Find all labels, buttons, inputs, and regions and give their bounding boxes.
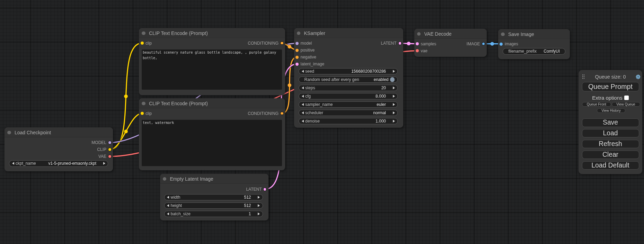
increment-arrow-icon[interactable] <box>393 111 395 114</box>
collapse-dot-icon[interactable] <box>417 32 421 36</box>
view-queue-button[interactable]: View Queue <box>612 102 640 107</box>
input-dot-vae[interactable] <box>416 49 419 52</box>
output-dot-clip[interactable] <box>108 148 111 151</box>
extra-options-row: Extra options <box>579 95 642 100</box>
node-clip-text-encode-positive[interactable]: CLIP Text Encode (Prompt) clip CONDITION… <box>139 28 285 95</box>
output-dot-model[interactable] <box>108 141 111 144</box>
collapse-dot-icon[interactable] <box>7 131 11 135</box>
widget-value: ComfyUI <box>544 49 560 54</box>
prompt-textarea[interactable]: text, watermark <box>142 120 282 166</box>
node-titlebar[interactable]: Empty Latent Image <box>160 174 268 184</box>
widget-denoise[interactable]: denoise 1.000 <box>299 118 398 125</box>
toggle-knob[interactable] <box>390 77 395 82</box>
increment-arrow-icon[interactable] <box>258 196 260 199</box>
input-slot-clip: clip <box>145 110 152 117</box>
widget-ckpt-name[interactable]: ckpt_name v1-5-pruned-emaonly.ckpt <box>9 160 108 167</box>
decrement-arrow-icon[interactable] <box>302 120 304 123</box>
widget-seed[interactable]: seed 156680208700286 <box>299 68 398 75</box>
widget-cfg[interactable]: cfg 8.000 <box>299 93 398 100</box>
queue-front-button[interactable]: Queue Front <box>582 102 611 107</box>
node-titlebar[interactable]: VAE Decode <box>414 29 487 39</box>
decrement-arrow-icon[interactable] <box>302 111 304 114</box>
decrement-arrow-icon[interactable] <box>302 70 304 73</box>
node-load-checkpoint[interactable]: Load Checkpoint MODEL CLIP VAE ckpt_name… <box>5 127 113 171</box>
output-dot-image[interactable] <box>482 43 485 45</box>
slot-label: vae <box>421 48 427 53</box>
collapse-dot-icon[interactable] <box>142 102 145 106</box>
input-dot-images[interactable] <box>500 43 503 46</box>
increment-arrow-icon[interactable] <box>393 120 395 123</box>
load-default-button[interactable]: Load Default <box>582 161 639 170</box>
increment-arrow-icon[interactable] <box>393 70 395 73</box>
clear-button[interactable]: Clear <box>582 151 639 159</box>
link-midpoint-dot <box>124 94 128 98</box>
node-clip-text-encode-negative[interactable]: CLIP Text Encode (Prompt) clip CONDITION… <box>139 98 285 170</box>
decrement-arrow-icon[interactable] <box>167 196 169 199</box>
output-dot-vae[interactable] <box>108 155 111 158</box>
widget-width[interactable]: width 512 <box>164 194 263 201</box>
increment-arrow-icon[interactable] <box>258 213 260 215</box>
widget-scheduler[interactable]: scheduler normal <box>299 110 398 116</box>
prompt-textarea[interactable]: beautiful scenery nature glass bottle la… <box>142 49 282 90</box>
output-slot-image: IMAGE <box>467 40 480 47</box>
increment-arrow-icon[interactable] <box>393 95 395 98</box>
save-button[interactable]: Save <box>582 118 639 127</box>
node-titlebar[interactable]: Load Checkpoint <box>5 127 113 137</box>
collapse-dot-icon[interactable] <box>142 31 145 35</box>
output-dot-conditioning[interactable] <box>281 42 283 45</box>
output-slot-vae: VAE <box>98 153 106 160</box>
node-vae-decode[interactable]: VAE Decode samples vae IMAGE <box>414 29 487 57</box>
node-save-image[interactable]: Save Image images filename_prefix ComfyU… <box>498 29 570 59</box>
link-midpoint-dot <box>407 42 411 45</box>
output-dot-conditioning[interactable] <box>281 112 283 115</box>
input-dot-clip[interactable] <box>141 42 144 45</box>
input-dot-negative[interactable] <box>295 56 299 59</box>
slot-label: CONDITIONING <box>248 41 279 46</box>
view-history-button[interactable]: View History <box>597 108 625 113</box>
menu-header: Queue size: 0 <box>579 73 642 81</box>
refresh-button[interactable]: Refresh <box>582 140 639 148</box>
load-button[interactable]: Load <box>582 129 639 138</box>
widget-random-seed-toggle[interactable]: Random seed after every gen enabled <box>299 76 398 83</box>
input-dot-positive[interactable] <box>295 49 299 52</box>
widget-sampler-name[interactable]: sampler_name euler <box>299 101 398 108</box>
input-dot-model[interactable] <box>295 42 299 45</box>
node-graph-canvas[interactable]: Load Checkpoint MODEL CLIP VAE ckpt_name… <box>0 0 644 244</box>
node-titlebar[interactable]: Save Image <box>498 29 570 39</box>
node-titlebar[interactable]: CLIP Text Encode (Prompt) <box>139 98 285 108</box>
increment-arrow-icon[interactable] <box>393 87 395 89</box>
slot-label: latent_image <box>301 62 325 66</box>
settings-gear-icon[interactable] <box>636 74 641 79</box>
increment-arrow-icon[interactable] <box>103 162 105 165</box>
widget-value: 156680208700286 <box>351 69 386 74</box>
queue-prompt-button[interactable]: Queue Prompt <box>582 82 639 91</box>
collapse-dot-icon[interactable] <box>163 177 167 181</box>
comfy-menu-panel[interactable]: Queue size: 0 Queue Prompt Extra options… <box>579 70 642 174</box>
slot-label: LATENT <box>381 41 396 46</box>
extra-options-checkbox[interactable] <box>624 96 629 100</box>
widget-steps[interactable]: steps 20 <box>299 85 398 91</box>
output-dot-latent[interactable] <box>264 188 266 191</box>
node-titlebar[interactable]: CLIP Text Encode (Prompt) <box>139 28 285 38</box>
collapse-dot-icon[interactable] <box>501 33 505 36</box>
widget-batch-size[interactable]: batch_size 1 <box>164 211 263 217</box>
decrement-arrow-icon[interactable] <box>12 162 14 165</box>
increment-arrow-icon[interactable] <box>393 103 395 106</box>
input-dot-clip[interactable] <box>141 112 144 115</box>
node-titlebar[interactable]: KSampler <box>294 28 403 38</box>
increment-arrow-icon[interactable] <box>258 204 260 207</box>
widget-filename-prefix[interactable]: filename_prefix ComfyUI <box>503 48 565 55</box>
decrement-arrow-icon[interactable] <box>302 95 304 98</box>
widget-height[interactable]: height 512 <box>164 202 263 209</box>
decrement-arrow-icon[interactable] <box>167 204 169 207</box>
output-dot-latent[interactable] <box>399 42 402 45</box>
decrement-arrow-icon[interactable] <box>302 103 304 106</box>
decrement-arrow-icon[interactable] <box>302 87 304 89</box>
node-empty-latent-image[interactable]: Empty Latent Image LATENT width 512 heig… <box>160 174 268 220</box>
slot-label: LATENT <box>246 187 262 192</box>
decrement-arrow-icon[interactable] <box>167 213 169 215</box>
collapse-dot-icon[interactable] <box>297 31 301 35</box>
input-dot-samples[interactable] <box>416 42 419 45</box>
node-ksampler[interactable]: KSampler model positive negative latent_… <box>294 28 403 128</box>
input-dot-latent-image[interactable] <box>295 63 299 66</box>
